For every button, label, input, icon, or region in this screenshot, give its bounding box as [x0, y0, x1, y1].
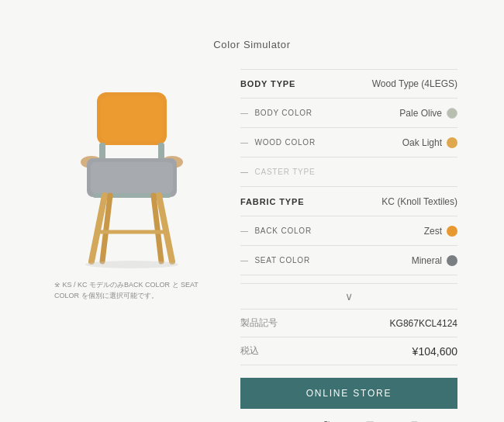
seat-color-dot: [447, 255, 457, 266]
price-row: 税込 ¥104,600: [240, 337, 457, 365]
config-row-caster-type: — CASTER TYPE: [240, 157, 457, 187]
body-color-value: Pale Olive: [399, 108, 457, 119]
left-panel: ※ KS / KC モデルのみBACK COLOR と SEAT COLOR を…: [47, 69, 217, 301]
config-row-fabric-type[interactable]: FABRIC TYPE KC (Knoll Textiles): [240, 187, 457, 216]
page-title: Color Simulator: [213, 39, 290, 50]
body-type-value: Wood Type (4LEGS): [372, 78, 457, 89]
wood-color-label: — WOOD COLOR: [240, 138, 316, 147]
back-color-label: — BACK COLOR: [240, 227, 312, 235]
fabric-type-value: KC (Knoll Textiles): [381, 196, 457, 207]
config-row-wood-color[interactable]: — WOOD COLOR Oak Light: [240, 128, 457, 157]
online-store-button[interactable]: ONLINE STORE: [240, 378, 457, 409]
chair-illustration: [54, 69, 209, 271]
price-value: ¥104,600: [413, 345, 457, 358]
body-color-label: — BODY COLOR: [240, 109, 312, 117]
svg-rect-7: [91, 162, 173, 193]
wood-color-dot: [447, 137, 457, 148]
seat-color-label: — SEAT COLOR: [240, 256, 310, 265]
product-code-label: 製品記号: [240, 316, 278, 330]
fabric-type-label: FABRIC TYPE: [240, 197, 304, 206]
svg-point-14: [85, 261, 178, 268]
config-row-seat-color[interactable]: — SEAT COLOR Mineral: [240, 246, 457, 275]
right-panel: BODY TYPE Wood Type (4LEGS) — BODY COLOR…: [240, 69, 457, 422]
back-color-value: Zest: [424, 226, 457, 237]
page-container: Color Simulator: [16, 16, 488, 422]
footnote: ※ KS / KC モデルのみBACK COLOR と SEAT COLOR を…: [54, 280, 209, 301]
expand-button[interactable]: ∨: [240, 284, 457, 310]
body-type-label: BODY TYPE: [240, 79, 295, 88]
price-label: 税込: [240, 344, 259, 358]
config-row-back-color[interactable]: — BACK COLOR Zest: [240, 216, 457, 246]
back-color-dot: [447, 226, 457, 237]
main-content: ※ KS / KC モデルのみBACK COLOR と SEAT COLOR を…: [47, 69, 457, 422]
product-code-value: KG867KCL4124: [390, 318, 457, 329]
chevron-down-icon: ∨: [345, 290, 353, 303]
caster-type-label: — CASTER TYPE: [240, 168, 315, 176]
product-info-section: ∨ 製品記号 KG867KCL4124 税込 ¥104,600: [240, 283, 457, 365]
seat-color-value: Mineral: [412, 255, 457, 266]
product-code-row: 製品記号 KG867KCL4124: [240, 310, 457, 337]
svg-rect-1: [101, 96, 163, 141]
wood-color-value: Oak Light: [402, 137, 457, 148]
config-row-body-type[interactable]: BODY TYPE Wood Type (4LEGS): [240, 69, 457, 99]
config-table: BODY TYPE Wood Type (4LEGS) — BODY COLOR…: [240, 69, 457, 275]
config-row-body-color[interactable]: — BODY COLOR Pale Olive: [240, 99, 457, 128]
body-color-dot: [447, 108, 457, 119]
